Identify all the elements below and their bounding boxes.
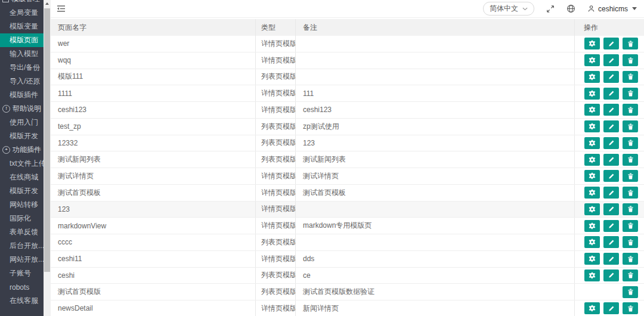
scrollbar-up-arrow[interactable] xyxy=(45,2,49,5)
edit-button[interactable] xyxy=(603,137,619,149)
edit-button[interactable] xyxy=(603,71,619,83)
sidebar-item[interactable]: txt文件上传 xyxy=(0,157,44,171)
delete-button[interactable] xyxy=(623,302,638,314)
edit-button[interactable] xyxy=(603,154,619,166)
sidebar-item[interactable]: 网站转移 xyxy=(0,198,44,212)
settings-button[interactable] xyxy=(584,253,600,265)
sidebar-item[interactable]: 网站开放... xyxy=(0,253,44,267)
sidebar-item[interactable]: 在线商城 xyxy=(0,171,44,184)
delete-button[interactable] xyxy=(623,104,638,116)
edit-button[interactable] xyxy=(603,253,619,265)
sidebar-item[interactable]: 导入/还原 xyxy=(0,75,44,88)
settings-button[interactable] xyxy=(584,120,600,132)
settings-button[interactable] xyxy=(584,220,600,232)
delete-button[interactable] xyxy=(623,38,638,49)
settings-button[interactable] xyxy=(584,71,600,83)
delete-button[interactable] xyxy=(623,120,638,132)
edit-button[interactable] xyxy=(603,269,619,281)
actions-cell xyxy=(574,185,644,201)
delete-button[interactable] xyxy=(623,220,638,232)
language-select[interactable]: 简体中文 xyxy=(483,2,534,16)
sidebar-item[interactable]: 子账号 xyxy=(0,267,44,280)
sidebar-item[interactable]: robots xyxy=(0,280,44,294)
user-menu[interactable]: ceshicms xyxy=(587,5,637,13)
edit-button[interactable] xyxy=(603,236,619,248)
settings-button[interactable] xyxy=(584,236,600,248)
delete-icon xyxy=(627,305,634,312)
settings-button[interactable] xyxy=(584,170,600,182)
edit-button[interactable] xyxy=(603,104,619,116)
settings-icon xyxy=(589,206,596,213)
sidebar-item[interactable]: 表单反馈 xyxy=(0,225,44,239)
edit-button[interactable] xyxy=(603,187,619,199)
sidebar-item[interactable]: 模版页面 xyxy=(0,33,44,47)
table-row: ceshi列表页模版ce xyxy=(51,268,644,284)
settings-button[interactable] xyxy=(584,54,600,66)
settings-button[interactable] xyxy=(584,154,600,166)
sidebar-item[interactable]: 模版开发 xyxy=(0,129,44,143)
sidebar-item[interactable]: 国际化 xyxy=(0,212,44,225)
edit-icon xyxy=(608,140,615,146)
delete-button[interactable] xyxy=(623,286,638,298)
sidebar-item[interactable]: 在线客服 xyxy=(0,294,44,308)
edit-button[interactable] xyxy=(603,88,619,100)
edit-button[interactable] xyxy=(603,120,619,132)
fullscreen-icon[interactable] xyxy=(546,5,555,13)
sidebar-item[interactable]: 导出/备份 xyxy=(0,61,44,75)
delete-button[interactable] xyxy=(623,154,638,166)
page-name-cell: wer xyxy=(51,36,255,52)
sidebar-item-label: 导入/还原 xyxy=(10,76,40,86)
edit-button[interactable] xyxy=(603,220,619,232)
sidebar-item[interactable]: 模版变量 xyxy=(0,20,44,33)
table-row: 测试首页模板详情页模版测试首页模板 xyxy=(51,185,644,202)
actions-cell xyxy=(574,151,644,168)
delete-button[interactable] xyxy=(623,170,638,182)
globe-icon[interactable] xyxy=(566,4,575,13)
table-row: 测试详情页详情页模版测试详情页 xyxy=(51,168,644,185)
sidebar-section-header[interactable]: 模版管理 xyxy=(0,0,44,6)
delete-button[interactable] xyxy=(623,236,638,248)
delete-icon xyxy=(627,206,634,212)
sidebar-menu: 模版管理全局变量模版变量模版页面输入模型导出/备份导入/还原模版插件!帮助说明使… xyxy=(0,0,44,308)
sidebar-scrollbar[interactable] xyxy=(44,0,51,316)
edit-button[interactable] xyxy=(603,170,619,182)
sidebar-item[interactable]: 输入模型 xyxy=(0,47,44,61)
sidebar-item[interactable]: 模版开发 xyxy=(0,184,44,198)
delete-button[interactable] xyxy=(623,253,638,265)
delete-icon xyxy=(627,272,634,278)
sidebar-section-header[interactable]: +功能插件 xyxy=(0,143,44,157)
edit-icon xyxy=(608,239,615,246)
settings-button[interactable] xyxy=(584,187,600,199)
delete-button[interactable] xyxy=(623,137,638,149)
delete-button[interactable] xyxy=(623,187,638,199)
edit-button[interactable] xyxy=(603,302,619,314)
sidebar-item[interactable]: 全局变量 xyxy=(0,6,44,20)
scrollbar-thumb[interactable] xyxy=(44,8,50,272)
settings-button[interactable] xyxy=(584,137,600,149)
remark-cell: 111 xyxy=(295,85,574,101)
settings-button[interactable] xyxy=(584,38,600,49)
sidebar-item[interactable]: 后台开放... xyxy=(0,239,44,253)
settings-icon xyxy=(589,156,596,163)
delete-button[interactable] xyxy=(623,54,638,66)
delete-button[interactable] xyxy=(623,88,638,100)
delete-button[interactable] xyxy=(623,203,638,215)
edit-button[interactable] xyxy=(603,203,619,215)
type-cell: 详情页模版 xyxy=(255,85,295,101)
sidebar-item[interactable]: 模版插件 xyxy=(0,88,44,102)
collapse-menu-icon[interactable] xyxy=(57,5,66,13)
edit-button[interactable] xyxy=(603,38,619,49)
remark-cell: dds xyxy=(295,251,574,267)
settings-button[interactable] xyxy=(584,104,600,116)
sidebar-section-header[interactable]: !帮助说明 xyxy=(0,102,44,116)
remark-cell: 123 xyxy=(295,135,574,151)
settings-button[interactable] xyxy=(584,88,600,100)
actions-cell xyxy=(574,284,644,300)
edit-button[interactable] xyxy=(603,54,619,66)
sidebar-item[interactable]: 使用入门 xyxy=(0,116,44,129)
settings-button[interactable] xyxy=(584,203,600,215)
delete-button[interactable] xyxy=(623,269,638,281)
settings-button[interactable] xyxy=(584,302,600,314)
delete-button[interactable] xyxy=(623,71,638,83)
settings-button[interactable] xyxy=(584,269,600,281)
